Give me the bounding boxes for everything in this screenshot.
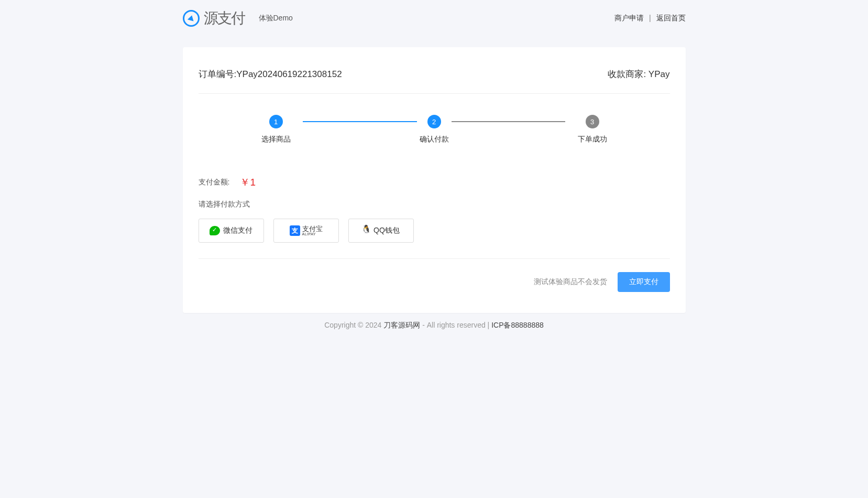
order-info-row: 订单编号:YPay20240619221308152 收款商家: YPay bbox=[199, 68, 670, 94]
payment-method-label: 请选择付款方式 bbox=[199, 200, 670, 209]
action-row: 测试体验商品不会发货 立即支付 bbox=[199, 272, 670, 292]
method-wechat[interactable]: 微信支付 bbox=[199, 219, 264, 243]
checkout-panel: 订单编号:YPay20240619221308152 收款商家: YPay 1 … bbox=[183, 47, 686, 313]
amount-label: 支付金额: bbox=[199, 178, 230, 187]
merchant-apply-link[interactable]: 商户申请 bbox=[614, 14, 644, 22]
step-2-label: 确认付款 bbox=[420, 135, 449, 144]
step-connector-1 bbox=[303, 121, 417, 122]
wechat-icon bbox=[210, 226, 220, 235]
amount-value: ￥1 bbox=[240, 176, 256, 189]
shipping-note: 测试体验商品不会发货 bbox=[534, 277, 607, 287]
brand-logo[interactable]: 源支付 bbox=[183, 8, 251, 29]
amount-row: 支付金额: ￥1 bbox=[199, 176, 670, 189]
step-1-circle: 1 bbox=[269, 115, 283, 128]
footer-icp-link[interactable]: ICP备88888888 bbox=[491, 321, 544, 329]
qq-label: QQ钱包 bbox=[373, 226, 400, 235]
alipay-icon: 支 bbox=[290, 225, 300, 236]
order-id: 订单编号:YPay20240619221308152 bbox=[199, 68, 342, 80]
alipay-label-zh: 支付宝 bbox=[302, 225, 323, 232]
page-header: 源支付 体验Demo 商户申请 | 返回首页 bbox=[183, 0, 686, 37]
method-alipay[interactable]: 支 支付宝 ALIPAY bbox=[273, 219, 339, 243]
copyright-rights: - All rights reserved | bbox=[420, 321, 491, 329]
step-connector-2 bbox=[452, 121, 566, 122]
merchant-label: 收款商家: bbox=[608, 69, 646, 79]
payment-methods: 微信支付 支 支付宝 ALIPAY QQ钱包 bbox=[199, 219, 670, 259]
merchant-info: 收款商家: YPay bbox=[608, 68, 669, 80]
step-2-circle: 2 bbox=[427, 115, 441, 128]
header-right: 商户申请 | 返回首页 bbox=[614, 14, 685, 23]
wechat-label: 微信支付 bbox=[223, 226, 252, 235]
step-1-label: 选择商品 bbox=[261, 135, 291, 144]
step-3-circle: 3 bbox=[586, 115, 599, 128]
qq-icon bbox=[362, 225, 371, 236]
progress-steps: 1 选择商品 2 确认付款 3 下单成功 bbox=[261, 115, 607, 144]
step-1: 1 选择商品 bbox=[261, 115, 291, 144]
merchant-value: YPay bbox=[649, 69, 670, 79]
order-id-label: 订单编号: bbox=[199, 69, 237, 79]
alipay-label-en: ALIPAY bbox=[302, 232, 323, 236]
order-id-value: YPay20240619221308152 bbox=[236, 69, 342, 79]
back-home-link[interactable]: 返回首页 bbox=[656, 14, 686, 22]
divider: | bbox=[649, 14, 651, 22]
footer-site-link[interactable]: 刀客源码网 bbox=[383, 321, 420, 329]
copyright-prefix: Copyright © 2024 bbox=[324, 321, 383, 329]
method-qq[interactable]: QQ钱包 bbox=[348, 219, 414, 243]
step-3-label: 下单成功 bbox=[578, 135, 607, 144]
header-left: 源支付 体验Demo bbox=[183, 8, 293, 29]
step-3: 3 下单成功 bbox=[578, 115, 607, 144]
demo-label: 体验Demo bbox=[259, 14, 293, 23]
logo-icon bbox=[183, 10, 200, 27]
brand-name: 源支付 bbox=[204, 8, 245, 28]
pay-now-button[interactable]: 立即支付 bbox=[618, 272, 670, 292]
step-2: 2 确认付款 bbox=[420, 115, 449, 144]
page-footer: Copyright © 2024 刀客源码网 - All rights rese… bbox=[183, 313, 686, 351]
